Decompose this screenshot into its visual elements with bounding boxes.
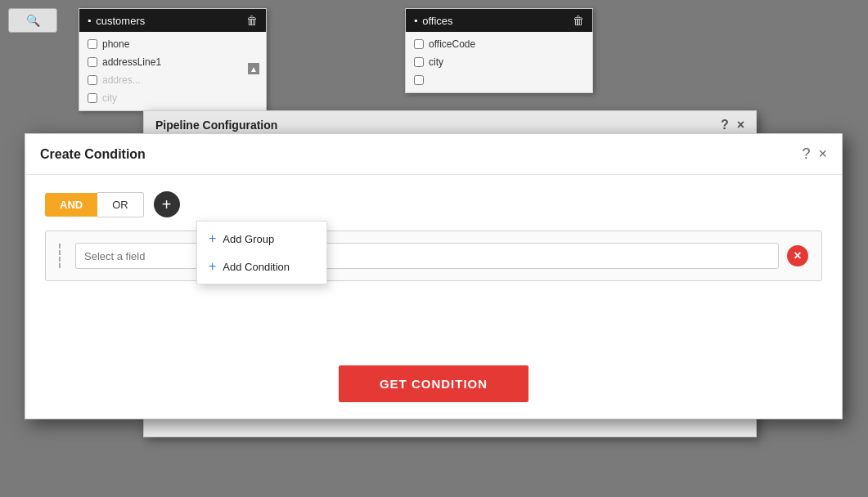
scroll-up-button[interactable]: ▲ xyxy=(248,63,259,74)
dialog-title: Create Condition xyxy=(40,147,146,162)
add-condition-plus-icon: + xyxy=(209,259,216,274)
add-group-label: Add Group xyxy=(223,233,274,245)
offices-field-extra xyxy=(406,71,592,89)
table-icon: ▪ xyxy=(88,15,91,26)
offices-field-city: city xyxy=(406,53,592,71)
pipeline-modal-actions: ? × xyxy=(721,118,744,132)
create-condition-dialog: Create Condition ? × AND OR + + Add Grou… xyxy=(25,133,843,419)
add-condition-label: Add Condition xyxy=(223,261,290,273)
add-dropdown-menu: + Add Group + Add Condition xyxy=(196,221,327,284)
and-button[interactable]: AND xyxy=(45,193,97,217)
search-icon: 🔍 xyxy=(26,14,40,27)
condition-row-area: × xyxy=(45,231,822,281)
add-button[interactable]: + xyxy=(154,191,180,217)
customers-table-card: ▪ customers 🗑 phone addressLine1 addres.… xyxy=(79,8,267,111)
dialog-close-icon[interactable]: × xyxy=(818,146,827,163)
dialog-body: AND OR + + Add Group + Add Condition xyxy=(25,175,842,298)
dashed-line xyxy=(59,244,61,268)
add-group-item[interactable]: + Add Group xyxy=(197,225,326,253)
condition-toolbar: AND OR + + Add Group + Add Condition xyxy=(45,191,822,217)
field-select-input[interactable] xyxy=(75,243,779,269)
dialog-header: Create Condition ? × xyxy=(25,134,842,175)
plus-icon: + xyxy=(162,196,172,213)
customers-field-city: city xyxy=(79,89,266,107)
customers-delete-icon[interactable]: 🗑 xyxy=(246,14,258,27)
customers-table-name: customers xyxy=(96,15,145,27)
pipeline-close-icon[interactable]: × xyxy=(737,118,744,132)
pipeline-help-icon[interactable]: ? xyxy=(721,118,729,132)
offices-field-officeCode: officeCode xyxy=(406,35,592,53)
add-condition-item[interactable]: + Add Condition xyxy=(197,253,326,280)
customers-field-address: addres... xyxy=(79,71,266,89)
offices-table-name: offices xyxy=(422,15,452,27)
dialog-header-actions: ? × xyxy=(802,146,827,163)
remove-condition-button[interactable]: × xyxy=(787,245,808,266)
or-button[interactable]: OR xyxy=(97,192,144,217)
table-icon: ▪ xyxy=(414,15,417,26)
add-group-plus-icon: + xyxy=(209,231,216,246)
customers-field-phone: phone xyxy=(79,35,266,53)
offices-delete-icon[interactable]: 🗑 xyxy=(573,14,584,27)
dialog-footer: GET CONDITION xyxy=(25,349,842,419)
customers-field-addressLine1: addressLine1 xyxy=(79,53,266,71)
offices-table-card: ▪ offices 🗑 officeCode city xyxy=(405,8,593,93)
remove-icon: × xyxy=(794,248,801,263)
pipeline-modal-title: Pipeline Configuration xyxy=(155,119,277,132)
dialog-help-icon[interactable]: ? xyxy=(802,146,810,163)
get-condition-button[interactable]: GET CONDITION xyxy=(339,365,528,402)
search-bar[interactable]: 🔍 xyxy=(8,8,57,33)
